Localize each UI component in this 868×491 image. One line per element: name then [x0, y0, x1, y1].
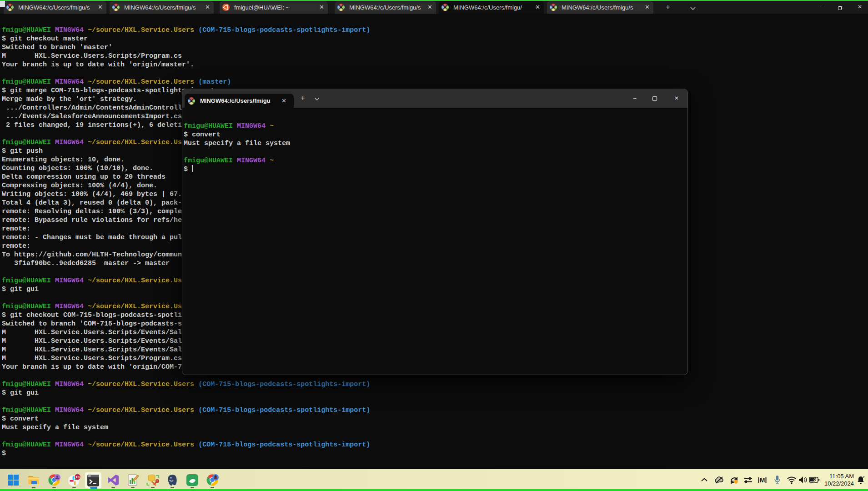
svg-text:M: M [760, 476, 765, 484]
svg-text:10: 10 [75, 475, 80, 479]
svg-text:z: z [863, 476, 865, 479]
